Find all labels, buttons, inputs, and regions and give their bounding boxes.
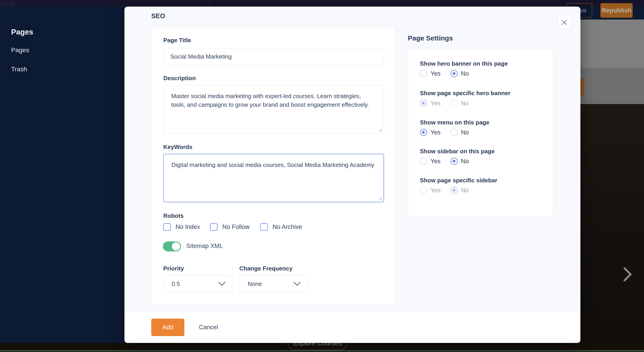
background-content-band — [580, 20, 644, 68]
modal-title: SEO — [151, 12, 165, 20]
hero-banner-yes-label: Yes — [430, 70, 440, 77]
page-title-input[interactable] — [163, 48, 384, 65]
sidebar-heading: Pages — [11, 28, 33, 36]
show-menu-no-label: No — [461, 129, 469, 136]
show-menu-no-radio[interactable] — [450, 129, 458, 136]
sidebar-item-trash[interactable]: Trash — [11, 66, 27, 73]
page-sidebar-radios: Yes No — [408, 187, 553, 194]
background-bottom-accent — [0, 350, 644, 352]
carousel-next-icon[interactable] — [623, 267, 632, 282]
topbar-separator — [209, 1, 209, 7]
add-button[interactable]: Add — [151, 318, 184, 336]
show-sidebar-yes-radio[interactable] — [420, 158, 427, 165]
change-frequency-label: Change Frequency — [239, 265, 292, 272]
close-button[interactable] — [558, 16, 571, 29]
sidebar: Pages Pages Trash — [0, 6, 124, 343]
robots-label: Robots — [163, 212, 184, 220]
show-sidebar-yes-label: Yes — [430, 158, 440, 165]
background-hero-image — [580, 104, 644, 343]
change-frequency-select[interactable]: None — [239, 275, 308, 293]
topbar-separator — [446, 1, 446, 7]
no-follow-label: No Follow — [222, 224, 250, 230]
page-hero-banner-no-label: No — [461, 100, 469, 107]
page-settings-heading: Page Settings — [408, 34, 453, 42]
seo-modal: SEO Page Title Description Master social… — [124, 6, 580, 343]
sitemap-xml-toggle[interactable] — [163, 242, 181, 252]
show-sidebar-no-radio[interactable] — [450, 158, 458, 165]
seo-form-card: Page Title Description Master social med… — [151, 27, 395, 305]
description-textarea[interactable]: Master social media marketing with exper… — [163, 85, 384, 134]
description-label: Description — [163, 75, 196, 82]
page-title-label: Page Title — [163, 37, 191, 44]
close-icon — [561, 19, 568, 26]
no-index-checkbox[interactable] — [163, 223, 171, 231]
show-sidebar-label: Show sidebar on this page — [420, 148, 494, 155]
change-frequency-value: None — [248, 280, 262, 288]
show-menu-yes-label: Yes — [430, 129, 440, 136]
priority-value: 0.5 — [172, 280, 180, 288]
page-settings-card: Show hero banner on this page Yes No Sho… — [408, 50, 554, 217]
hero-banner-no-label: No — [461, 70, 469, 77]
no-archive-checkbox[interactable] — [260, 223, 268, 231]
topbar-separator — [14, 1, 14, 7]
keywords-textarea[interactable]: Digital marketing and social media cours… — [163, 154, 384, 202]
topbar-separator — [142, 1, 142, 7]
page-sidebar-no-radio — [450, 187, 458, 194]
show-sidebar-no-label: No — [461, 158, 469, 165]
page-sidebar-yes-label: Yes — [430, 187, 440, 194]
keywords-field: Digital marketing and social media cours… — [163, 154, 384, 202]
app-window: Save Republish Pages Pages Trash Explore… — [0, 0, 644, 352]
page-hero-banner-label: Show page specific hero banner — [420, 90, 510, 97]
page-sidebar-no-label: No — [461, 187, 469, 194]
priority-label: Priority — [163, 265, 184, 272]
sitemap-xml-label: Sitemap XML — [186, 242, 223, 250]
hero-banner-radios: Yes No — [408, 70, 553, 78]
toggle-knob — [172, 242, 180, 250]
sidebar-item-pages[interactable]: Pages — [11, 46, 29, 54]
robots-options: No Index No Follow No Archive — [152, 223, 395, 232]
robots-option-no-archive: No Archive — [260, 223, 302, 231]
page-hero-banner-radios: Yes No — [408, 100, 553, 108]
resize-grip-icon[interactable] — [378, 128, 382, 132]
page-hero-banner-no-radio — [450, 100, 458, 107]
page-sidebar-yes-radio — [420, 187, 427, 194]
republish-button[interactable]: Republish — [600, 3, 633, 18]
show-menu-label: Show menu on this page — [420, 119, 489, 126]
robots-option-no-follow: No Follow — [210, 223, 250, 231]
priority-select[interactable]: 0.5 — [163, 275, 232, 293]
resize-grip-icon[interactable] — [378, 197, 382, 200]
background-content-band — [580, 68, 644, 104]
window-topbar — [0, 0, 644, 7]
background-button-fragment — [580, 78, 584, 96]
modal-footer: Add Cancel — [124, 311, 580, 343]
hero-banner-yes-radio[interactable] — [420, 70, 427, 77]
page-hero-banner-yes-radio — [420, 100, 427, 107]
robots-option-no-index: No Index — [163, 223, 200, 231]
topbar-left-block — [0, 1, 14, 7]
keywords-label: KeyWords — [163, 144, 192, 150]
cancel-button[interactable]: Cancel — [198, 318, 219, 336]
no-archive-label: No Archive — [272, 224, 302, 230]
show-menu-yes-radio[interactable] — [420, 129, 427, 136]
no-follow-checkbox[interactable] — [210, 223, 218, 231]
chevron-down-icon — [218, 282, 226, 286]
hero-banner-label: Show hero banner on this page — [420, 60, 508, 67]
chevron-down-icon — [293, 282, 301, 286]
show-sidebar-radios: Yes No — [408, 158, 553, 165]
sitemap-row: Sitemap XML — [152, 242, 395, 252]
hero-banner-no-radio[interactable] — [450, 70, 458, 77]
no-index-label: No Index — [176, 224, 200, 230]
page-hero-banner-yes-label: Yes — [430, 100, 440, 107]
description-field: Master social media marketing with exper… — [163, 85, 384, 134]
show-menu-radios: Yes No — [408, 129, 553, 136]
page-sidebar-label: Show page specific sidebar — [420, 177, 497, 184]
